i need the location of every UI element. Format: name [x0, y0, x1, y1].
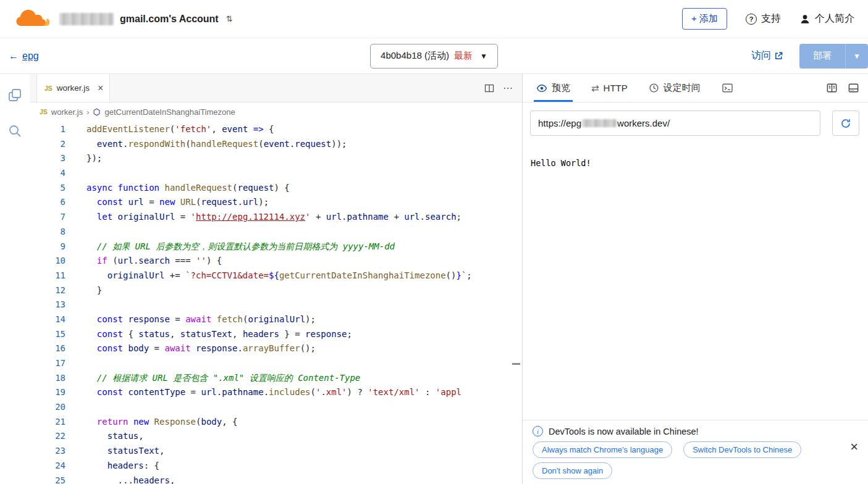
activity-bar: [0, 74, 30, 484]
files-icon[interactable]: [7, 88, 22, 102]
preview-content: Hello World!: [523, 142, 868, 420]
line-number: 12: [30, 283, 65, 298]
redacted-account-prefix: [59, 13, 114, 25]
line-number: 7: [30, 210, 65, 225]
code-line[interactable]: const { status, statusText, headers } = …: [86, 327, 522, 342]
deploy-dropdown-button[interactable]: ▼: [845, 44, 868, 69]
editor-tab-workerjs[interactable]: JS worker.js ×: [36, 74, 110, 102]
tab-preview[interactable]: 预览: [534, 74, 573, 102]
console-drawer-icon[interactable]: [848, 82, 859, 94]
dont-show-again-button[interactable]: Don't show again: [533, 462, 612, 479]
code-line[interactable]: [86, 166, 522, 181]
code-line[interactable]: return new Response(body, {: [86, 415, 522, 430]
scrollbar-thumb[interactable]: [512, 363, 520, 365]
code-line[interactable]: status,: [86, 429, 522, 444]
tab-terminal[interactable]: [719, 74, 736, 102]
line-number: 5: [30, 181, 65, 196]
url-suffix: workers.dev/: [617, 118, 670, 128]
line-number: 19: [30, 385, 65, 400]
line-number: 13: [30, 298, 65, 312]
breadcrumb: JS worker.js › getCurrentDateInShanghaiT…: [30, 102, 522, 121]
worker-header: ← epg 4b0b4b18 (活动) 最新 ▼ 访问 部署 ▼: [0, 38, 868, 74]
code-line[interactable]: [86, 356, 522, 371]
code-line[interactable]: const url = new URL(request.url);: [86, 195, 522, 210]
code-line[interactable]: });: [86, 151, 522, 166]
code-line[interactable]: [86, 225, 522, 240]
devtools-notice: i DevTools is now available in Chinese! …: [523, 420, 868, 484]
visit-link[interactable]: 访问: [751, 49, 783, 62]
code-line[interactable]: addEventListener('fetch', event => {: [86, 122, 522, 137]
split-editor-icon[interactable]: [484, 83, 494, 93]
line-number: 1: [30, 122, 65, 137]
eye-icon: [536, 83, 547, 94]
close-tab-icon[interactable]: ×: [98, 83, 103, 94]
breadcrumb-file[interactable]: worker.js: [51, 107, 83, 117]
profile-menu[interactable]: 个人简介: [799, 12, 854, 25]
code-line[interactable]: headers: {: [86, 459, 522, 474]
line-number: 20: [30, 400, 65, 415]
line-number: 3: [30, 151, 65, 166]
preview-url-input[interactable]: https://epgworkers.dev/: [530, 111, 820, 136]
code-line[interactable]: [86, 298, 522, 312]
add-button[interactable]: + 添加: [682, 8, 727, 30]
support-label: 支持: [761, 12, 781, 25]
account-name[interactable]: gmail.com's Account: [120, 14, 219, 25]
tab-http[interactable]: ⇄ HTTP: [589, 74, 630, 102]
switch-chinese-button[interactable]: Switch DevTools to Chinese: [683, 441, 801, 458]
account-switcher-icon[interactable]: ⇅: [226, 14, 233, 23]
line-number: 6: [30, 195, 65, 210]
code-line[interactable]: ...headers,: [86, 474, 522, 484]
more-actions-icon[interactable]: ⋯: [503, 82, 513, 94]
version-dropdown[interactable]: 4b0b4b18 (活动) 最新 ▼: [370, 44, 498, 69]
help-icon: ?: [746, 14, 757, 25]
code-line[interactable]: // 根据请求 URL 是否包含 ".xml" 设置响应的 Content-Ty…: [86, 371, 522, 386]
line-number: 8: [30, 225, 65, 240]
close-notice-icon[interactable]: ×: [850, 440, 858, 454]
deploy-button-group: 部署 ▼: [799, 44, 868, 69]
javascript-file-icon: JS: [40, 108, 48, 115]
code-line[interactable]: statusText,: [86, 444, 522, 459]
line-number: 16: [30, 341, 65, 356]
code-line[interactable]: const body = await response.arrayBuffer(…: [86, 341, 522, 356]
tab-label: worker.js: [57, 83, 90, 93]
notice-text: DevTools is now available in Chinese!: [549, 427, 699, 436]
breadcrumb-symbol[interactable]: getCurrentDateInShanghaiTimezone: [104, 107, 235, 117]
code-line[interactable]: originalUrl += `?ch=CCTV1&date=${getCurr…: [86, 269, 522, 283]
code-lines[interactable]: addEventListener('fetch', event => { eve…: [86, 121, 522, 484]
docs-icon[interactable]: [826, 82, 838, 94]
code-line[interactable]: const response = await fetch(originalUrl…: [86, 312, 522, 327]
match-language-button[interactable]: Always match Chrome's language: [533, 441, 672, 458]
code-area[interactable]: 1234567891011121314151617181920212223242…: [30, 121, 522, 484]
line-number: 18: [30, 371, 65, 386]
line-number: 4: [30, 166, 65, 181]
line-number: 14: [30, 312, 65, 327]
code-line[interactable]: event.respondWith(handleRequest(event.re…: [86, 137, 522, 152]
line-number: 10: [30, 254, 65, 269]
back-link[interactable]: ← epg: [9, 51, 39, 62]
line-number: 23: [30, 444, 65, 459]
code-line[interactable]: if (url.search === '') {: [86, 254, 522, 269]
back-label: epg: [22, 51, 39, 62]
code-editor: JS worker.js × ⋯ JS: [0, 74, 522, 484]
code-line[interactable]: // 如果 URL 后参数为空，则设置默认参数为当前日期格式为 yyyy-MM-…: [86, 240, 522, 254]
search-icon[interactable]: [7, 123, 22, 138]
chevron-right-icon: ›: [86, 107, 89, 117]
code-line[interactable]: }: [86, 283, 522, 298]
tab-preview-label: 预览: [552, 82, 570, 94]
url-prefix: https://epg: [538, 118, 581, 128]
javascript-file-icon: JS: [44, 85, 53, 92]
refresh-button[interactable]: [832, 111, 859, 136]
code-line[interactable]: const contentType = url.pathname.include…: [86, 385, 522, 400]
gutter: 1234567891011121314151617181920212223242…: [30, 121, 86, 484]
preview-tabbar: 预览 ⇄ HTTP 设定时间: [523, 74, 868, 102]
code-line[interactable]: async function handleRequest(request) {: [86, 181, 522, 196]
code-line[interactable]: let originalUrl = 'http://epg.112114.xyz…: [86, 210, 522, 225]
tab-set-time[interactable]: 设定时间: [646, 74, 703, 102]
latest-badge: 最新: [454, 50, 473, 62]
code-line[interactable]: [86, 400, 522, 415]
visit-label: 访问: [751, 49, 771, 62]
support-menu[interactable]: ? 支持: [746, 12, 781, 25]
cloudflare-logo[interactable]: [15, 7, 53, 31]
back-arrow-icon: ←: [9, 51, 19, 62]
deploy-button[interactable]: 部署: [799, 44, 845, 69]
